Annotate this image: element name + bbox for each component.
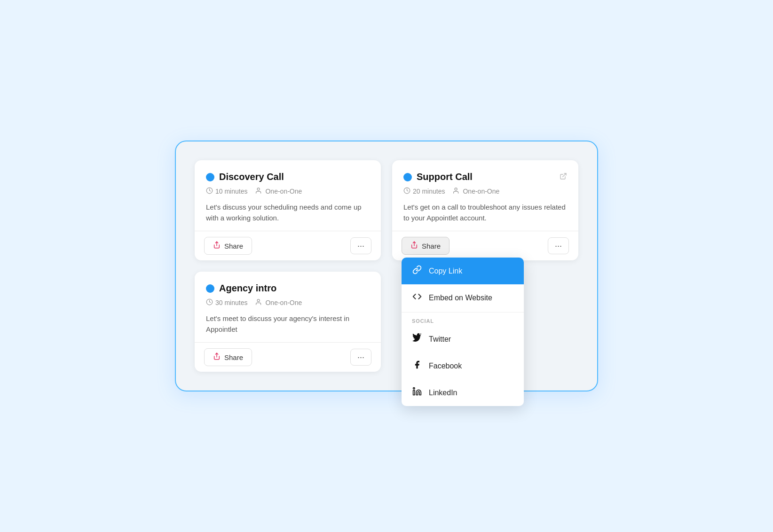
card-meta-support: 20 minutes One-on-One: [403, 187, 567, 196]
embed-item[interactable]: Embed on Website: [402, 284, 524, 311]
card-meta-discovery: 10 minutes One-on-One: [206, 187, 370, 196]
more-button-agency[interactable]: ···: [350, 349, 371, 366]
copy-link-item[interactable]: Copy Link: [402, 258, 524, 284]
twitter-label: Twitter: [429, 335, 451, 344]
more-icon-discovery: ···: [357, 241, 364, 250]
status-dot-support: [403, 173, 412, 181]
description-agency: Let's meet to discuss your agency's inte…: [206, 313, 370, 335]
share-button-agency[interactable]: Share: [204, 348, 252, 366]
card-title-row-support: Support Call: [403, 172, 567, 182]
user-icon-agency: [256, 298, 263, 307]
type-label-agency: One-on-One: [265, 299, 302, 306]
duration-label-support: 20 minutes: [413, 188, 445, 195]
external-link-icon-support[interactable]: [560, 172, 567, 182]
twitter-icon: [412, 333, 422, 345]
share-label-support: Share: [422, 242, 441, 250]
share-button-discovery[interactable]: Share: [204, 237, 252, 255]
description-support: Let's get on a call to troubleshoot any …: [403, 202, 567, 223]
card-support-call: Support Call 20 minutes: [392, 160, 578, 260]
card-footer-support: Share Copy Link: [392, 231, 578, 260]
card-body-discovery: Discovery Call 10 minutes One-on: [195, 160, 381, 231]
type-discovery: One-on-One: [256, 187, 302, 196]
card-title-left-agency: Agency intro: [206, 283, 276, 294]
card-footer-agency: Share ···: [195, 342, 381, 372]
type-agency: One-on-One: [256, 298, 302, 307]
cards-grid: Discovery Call 10 minutes One-on: [195, 160, 578, 372]
facebook-label: Facebook: [429, 362, 462, 370]
main-container: Discovery Call 10 minutes One-on: [175, 141, 598, 391]
type-label-discovery: One-on-One: [265, 188, 302, 195]
share-icon-agency: [213, 352, 221, 362]
type-support: One-on-One: [453, 187, 499, 196]
svg-point-1: [258, 188, 260, 190]
card-title-row-discovery: Discovery Call: [206, 172, 370, 182]
copy-link-label: Copy Link: [429, 267, 462, 275]
card-discovery-call: Discovery Call 10 minutes One-on: [195, 160, 381, 260]
social-section-label: SOCIAL: [402, 313, 524, 326]
duration-agency: 30 minutes: [206, 298, 247, 307]
duration-label-agency: 30 minutes: [215, 299, 247, 306]
share-label-discovery: Share: [224, 242, 243, 250]
clock-icon-agency: [206, 298, 213, 307]
dropdown-divider-1: [402, 312, 524, 313]
card-title-left-support: Support Call: [403, 172, 473, 182]
more-button-discovery[interactable]: ···: [350, 237, 371, 254]
card-body-agency: Agency intro 30 minutes One-on-O: [195, 272, 381, 342]
user-icon-discovery: [256, 187, 263, 196]
card-title-discovery: Discovery Call: [219, 172, 284, 182]
linkedin-item[interactable]: LinkedIn: [402, 379, 524, 406]
share-icon-support: [410, 241, 418, 250]
user-icon-support: [453, 187, 460, 196]
svg-point-5: [455, 188, 457, 190]
card-meta-agency: 30 minutes One-on-One: [206, 298, 370, 307]
share-dropdown-menu: Copy Link Embed on Website SOCIAL: [402, 258, 524, 406]
status-dot-discovery: [206, 173, 214, 181]
card-title-agency: Agency intro: [219, 283, 276, 294]
card-title-support: Support Call: [417, 172, 473, 182]
duration-label-discovery: 10 minutes: [215, 188, 247, 195]
card-body-support: Support Call 20 minutes: [392, 160, 578, 231]
linkedin-label: LinkedIn: [429, 389, 457, 397]
more-icon-support: ···: [555, 241, 562, 250]
more-button-support[interactable]: ···: [548, 237, 569, 254]
share-dropdown-wrapper: Share Copy Link: [402, 237, 450, 255]
linkedin-icon: [412, 387, 422, 399]
svg-rect-7: [413, 391, 415, 395]
clock-icon-discovery: [206, 187, 213, 196]
twitter-item[interactable]: Twitter: [402, 326, 524, 352]
card-title-left-discovery: Discovery Call: [206, 172, 284, 182]
more-icon-agency: ···: [357, 352, 364, 362]
embed-label: Embed on Website: [429, 294, 492, 302]
card-agency-intro: Agency intro 30 minutes One-on-O: [195, 272, 381, 372]
card-title-row-agency: Agency intro: [206, 283, 370, 294]
clock-icon-support: [403, 187, 410, 196]
duration-support: 20 minutes: [403, 187, 445, 196]
facebook-icon: [412, 360, 422, 372]
facebook-item[interactable]: Facebook: [402, 352, 524, 379]
svg-point-10: [258, 299, 260, 302]
duration-discovery: 10 minutes: [206, 187, 247, 196]
status-dot-agency: [206, 284, 214, 293]
card-footer-discovery: Share ···: [195, 231, 381, 260]
copy-link-icon: [412, 265, 422, 277]
svg-point-8: [413, 388, 415, 389]
type-label-support: One-on-One: [463, 188, 499, 195]
svg-line-3: [563, 173, 566, 177]
description-discovery: Let's discuss your scheduling needs and …: [206, 202, 370, 223]
share-icon-discovery: [213, 241, 221, 250]
share-label-agency: Share: [224, 353, 243, 361]
embed-icon: [412, 292, 422, 304]
share-button-support[interactable]: Share: [402, 237, 450, 255]
